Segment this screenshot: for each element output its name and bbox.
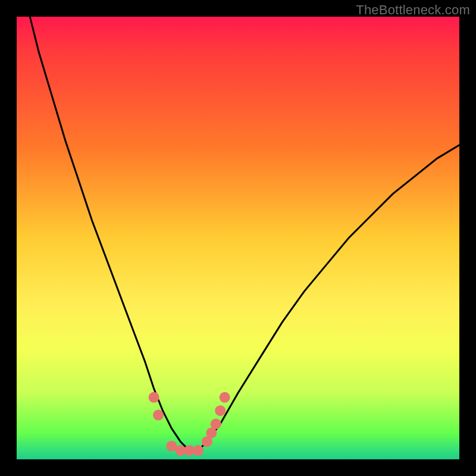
outer-frame: TheBottleneck.com — [0, 0, 476, 476]
trough-marker — [215, 405, 226, 416]
trough-marker — [193, 445, 203, 456]
plot-area — [17, 17, 459, 459]
watermark-text: TheBottleneck.com — [356, 2, 470, 18]
curve-layer — [17, 17, 459, 459]
trough-marker — [153, 410, 164, 421]
bottleneck-curve — [30, 17, 459, 450]
trough-markers — [149, 392, 230, 456]
trough-marker — [220, 392, 230, 403]
trough-marker — [211, 419, 221, 430]
trough-marker — [149, 392, 159, 403]
